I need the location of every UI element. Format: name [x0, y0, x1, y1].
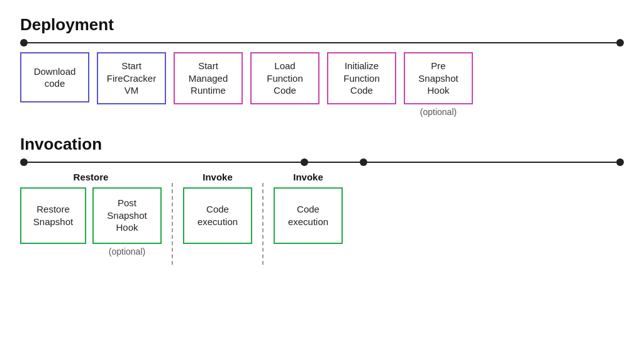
code-execution-1-wrapper: Codeexecution — [183, 187, 252, 244]
invocation-section: Invocation Restore RestoreSnapshot — [20, 135, 624, 265]
pre-snapshot-hook-wrapper: PreSnapshotHook (optional) — [404, 52, 473, 117]
pre-snapshot-hook-box: PreSnapshotHook — [404, 52, 473, 104]
load-function-code-label: LoadFunctionCode — [267, 60, 303, 97]
pre-snapshot-optional: (optional) — [420, 107, 457, 117]
start-firecracker-label: StartFireCrackerVM — [107, 60, 156, 97]
start-firecracker-wrapper: StartFireCrackerVM — [97, 52, 166, 104]
restore-snapshot-box: RestoreSnapshot — [20, 187, 86, 244]
deployment-line — [25, 42, 619, 43]
dashed-divider-2 — [262, 183, 264, 265]
dashed-divider-1 — [172, 183, 173, 265]
download-code-box: Downloadcode — [20, 52, 89, 102]
initialize-function-code-wrapper: InitializeFunctionCode — [327, 52, 396, 104]
pre-snapshot-hook-label: PreSnapshotHook — [418, 60, 458, 97]
diagram-container: Deployment Downloadcode StartFireCracker… — [0, 0, 644, 354]
restore-snapshot-wrapper: RestoreSnapshot — [20, 187, 86, 257]
initialize-function-code-box: InitializeFunctionCode — [327, 52, 396, 104]
deployment-boxes: Downloadcode StartFireCrackerVM StartMan… — [20, 52, 624, 117]
start-firecracker-box: StartFireCrackerVM — [97, 52, 166, 104]
restore-snapshot-label: RestoreSnapshot — [33, 203, 73, 228]
start-managed-runtime-label: StartManagedRuntime — [189, 60, 228, 97]
restore-boxes: RestoreSnapshot PostSnapshotHook (option… — [20, 187, 162, 257]
invocation-content: Restore RestoreSnapshot PostSnapshotHook… — [20, 172, 624, 265]
invoke-label-2: Invoke — [293, 172, 323, 182]
deployment-section: Deployment Downloadcode StartFireCracker… — [20, 15, 624, 117]
initialize-function-code-label: InitializeFunctionCode — [343, 60, 380, 97]
code-execution-1-label: Codeexecution — [197, 203, 238, 228]
invoke-label-1: Invoke — [203, 172, 233, 182]
post-snapshot-hook-wrapper: PostSnapshotHook (optional) — [92, 187, 162, 257]
post-snapshot-optional: (optional) — [109, 246, 145, 257]
load-function-code-wrapper: LoadFunctionCode — [250, 52, 319, 104]
invocation-mid-dot-1 — [301, 158, 308, 166]
load-function-code-box: LoadFunctionCode — [250, 52, 319, 104]
invoke-boxes-2: Codeexecution — [274, 187, 343, 244]
invocation-mid-dot-2 — [360, 158, 367, 166]
invocation-timeline-wrapper — [20, 162, 624, 163]
invoke-group-1: Invoke Codeexecution — [183, 172, 252, 244]
post-snapshot-hook-label: PostSnapshotHook — [107, 197, 147, 234]
deployment-title: Deployment — [20, 15, 624, 35]
code-execution-2-box: Codeexecution — [274, 187, 343, 244]
restore-group: Restore RestoreSnapshot PostSnapshotHook… — [20, 172, 162, 257]
download-code-label: Downloadcode — [34, 65, 76, 90]
post-snapshot-hook-box: PostSnapshotHook — [92, 187, 162, 244]
restore-label: Restore — [74, 172, 109, 182]
code-execution-2-wrapper: Codeexecution — [274, 187, 343, 244]
download-code-wrapper: Downloadcode — [20, 52, 89, 102]
invocation-title: Invocation — [20, 135, 624, 154]
start-managed-runtime-wrapper: StartManagedRuntime — [174, 52, 243, 104]
invoke-group-2: Invoke Codeexecution — [274, 172, 343, 244]
code-execution-1-box: Codeexecution — [183, 187, 252, 244]
invocation-line — [25, 162, 619, 163]
start-managed-runtime-box: StartManagedRuntime — [174, 52, 243, 104]
invoke-boxes-1: Codeexecution — [183, 187, 252, 244]
code-execution-2-label: Codeexecution — [288, 203, 328, 228]
deployment-timeline — [20, 42, 624, 43]
